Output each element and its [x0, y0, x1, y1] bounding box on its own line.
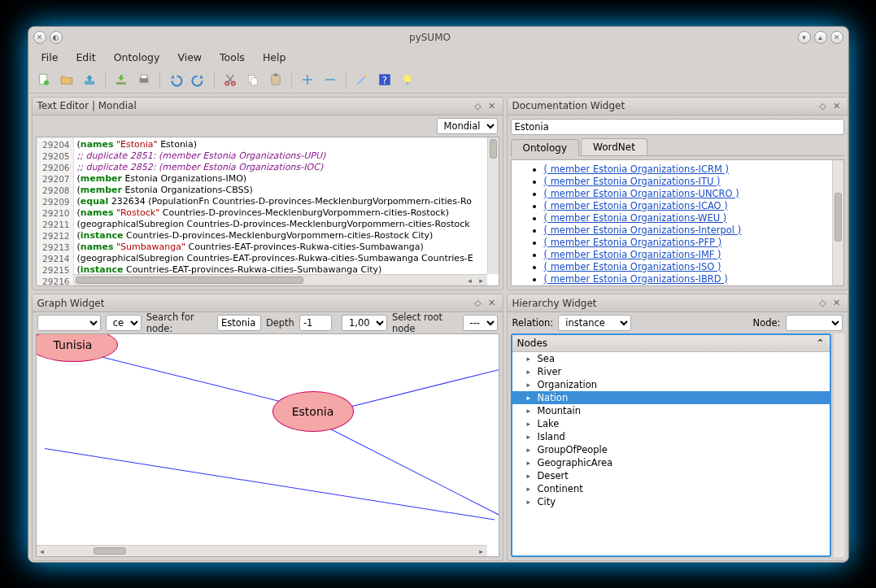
menu-view[interactable]: View	[169, 50, 210, 65]
undo-icon[interactable]	[165, 69, 186, 90]
svg-point-1	[44, 81, 49, 85]
paste-icon[interactable]	[265, 69, 286, 90]
tree-item[interactable]: ▸Desert	[512, 469, 830, 482]
search-node-label: Search for node:	[146, 311, 212, 334]
menu-file[interactable]: File	[33, 50, 67, 65]
main-window: ✕ ◐ pySUMO ▾ ▴ ✕ File Edit Ontology View…	[28, 26, 849, 563]
graph-hscrollbar[interactable]: ◂ ▸	[37, 545, 487, 556]
panel-close-button[interactable]: ✕	[831, 100, 843, 111]
node-select[interactable]	[786, 315, 843, 331]
panel-float-button[interactable]: ◇	[473, 100, 484, 111]
tree-item[interactable]: ▸Lake	[512, 417, 830, 430]
upload-icon[interactable]	[79, 69, 100, 90]
code-area[interactable]: (names "Estonia" Estonia) ;; duplicate 2…	[74, 137, 499, 286]
graph-canvas[interactable]: Tunisia Estonia E ◂ ▸	[36, 333, 499, 557]
help-icon[interactable]: ?	[374, 69, 395, 90]
minimize-button[interactable]: ▾	[798, 31, 811, 44]
root-label: Select root node	[392, 311, 458, 334]
doc-link[interactable]: ( member Estonia Organizations-PFP )	[544, 237, 722, 248]
tree-item[interactable]: ▸GeographicArea	[512, 456, 830, 469]
graph-layout-select[interactable]	[37, 315, 101, 331]
doc-link[interactable]: ( member Estonia Organizations-ICAO )	[544, 200, 728, 211]
doc-link[interactable]: ( member Estonia Organizations-EU )	[544, 285, 718, 287]
panel-float-button[interactable]: ◇	[817, 100, 829, 111]
tree-item[interactable]: ▸Island	[512, 430, 830, 443]
menubar: File Edit Ontology View Tools Help	[28, 48, 848, 68]
documentation-title: Documentation Widget	[512, 100, 625, 111]
doc-link[interactable]: ( member Estonia Organizations-ICRM )	[544, 163, 730, 175]
tree-item[interactable]: ▸City	[512, 495, 830, 508]
remove-icon[interactable]	[320, 69, 341, 90]
scroll-left-icon[interactable]: ◂	[37, 546, 48, 556]
open-file-icon[interactable]	[56, 69, 77, 90]
wand-icon[interactable]	[351, 69, 373, 90]
tree-item[interactable]: ▸River	[512, 365, 830, 378]
text-editor-body[interactable]: 29204 29205 29206 29207 29208 29209 2921…	[36, 137, 499, 287]
menu-edit[interactable]: Edit	[68, 50, 103, 65]
panel-float-button[interactable]: ◇	[473, 298, 484, 309]
zoom-select[interactable]: 1,00	[342, 315, 387, 331]
panel-close-button[interactable]: ✕	[831, 298, 843, 309]
hierarchy-panel: Hierarchy Widget ◇ ✕ Relation: instance …	[507, 294, 848, 561]
graph-variant-select[interactable]: ce	[106, 315, 142, 331]
doc-link[interactable]: ( member Estonia Organizations-ISO )	[544, 261, 721, 272]
editor-hscrollbar[interactable]: ◂ ▸	[74, 274, 487, 285]
graph-panel: Graph Widget ◇ ✕ ce Search for node: Dep…	[32, 294, 503, 561]
depth-input[interactable]	[299, 315, 332, 331]
redo-icon[interactable]	[188, 69, 209, 90]
close-button[interactable]: ✕	[830, 31, 843, 44]
tree-item[interactable]: ▸GroupOfPeople	[512, 443, 830, 456]
doc-search-input[interactable]	[511, 119, 844, 135]
panel-float-button[interactable]: ◇	[817, 298, 829, 309]
depth-label: Depth	[266, 317, 294, 329]
doc-link[interactable]: ( member Estonia Organizations-Interpol …	[544, 224, 742, 236]
root-select[interactable]: ---	[463, 315, 498, 331]
tree-item[interactable]: ▸Nation	[512, 391, 830, 404]
svg-rect-13	[406, 82, 408, 85]
tab-wordnet[interactable]: WordNet	[581, 138, 647, 155]
menu-tools[interactable]: Tools	[211, 50, 253, 65]
svg-rect-3	[141, 75, 147, 79]
svg-rect-8	[271, 75, 280, 85]
doc-link[interactable]: ( member Estonia Organizations-UNCRO )	[544, 188, 739, 199]
doc-link[interactable]: ( member Estonia Organizations-ITU )	[544, 176, 721, 187]
scroll-right-icon[interactable]: ▸	[476, 546, 487, 556]
panel-close-button[interactable]: ✕	[486, 100, 498, 111]
relation-select[interactable]: instance	[558, 315, 631, 331]
line-gutter: 29204 29205 29206 29207 29208 29209 2921…	[37, 137, 74, 286]
editor-vscrollbar[interactable]	[487, 137, 499, 275]
window-menu-icon[interactable]: ◐	[50, 31, 63, 44]
node-estonia[interactable]: Estonia	[272, 391, 354, 432]
tree-section-label: Nodes	[517, 338, 548, 349]
tab-ontology[interactable]: Ontology	[511, 139, 580, 156]
hierarchy-vscrollbar[interactable]	[833, 333, 844, 557]
doc-link[interactable]: ( member Estonia Organizations-IMF )	[544, 249, 721, 260]
panel-close-button[interactable]: ✕	[486, 298, 498, 309]
scroll-left-icon[interactable]: ◂	[464, 275, 476, 285]
copy-icon[interactable]	[242, 69, 264, 90]
hint-icon[interactable]	[397, 69, 418, 90]
doc-link[interactable]: ( member Estonia Organizations-IBRD )	[544, 273, 728, 285]
collapse-icon[interactable]: ⌃	[816, 338, 824, 349]
svg-text:?: ?	[381, 75, 386, 86]
tree-item[interactable]: ▸Continent	[512, 482, 830, 495]
menu-help[interactable]: Help	[255, 50, 294, 65]
print-icon[interactable]	[133, 69, 155, 90]
doc-link[interactable]: ( member Estonia Organizations-WEU )	[544, 212, 727, 224]
search-node-input[interactable]	[217, 315, 261, 331]
download-icon[interactable]	[111, 69, 132, 90]
add-icon[interactable]	[297, 69, 318, 90]
titlebar: ✕ ◐ pySUMO ▾ ▴ ✕	[28, 27, 848, 48]
ontology-select[interactable]: Mondial	[437, 118, 498, 134]
tree-item[interactable]: ▸Mountain	[512, 404, 830, 417]
cut-icon[interactable]	[220, 69, 241, 90]
tree-item[interactable]: ▸Sea	[512, 352, 830, 365]
doc-vscrollbar[interactable]	[832, 160, 843, 286]
tree-item[interactable]: ▸Organization	[512, 378, 830, 391]
text-editor-title: Text Editor | Mondial	[37, 100, 137, 111]
new-file-icon[interactable]	[33, 69, 54, 90]
menu-ontology[interactable]: Ontology	[106, 50, 168, 65]
documentation-panel: Documentation Widget ◇ ✕ Ontology WordNe…	[507, 97, 848, 291]
maximize-button[interactable]: ▴	[814, 31, 827, 44]
scroll-right-icon[interactable]: ▸	[476, 275, 487, 285]
